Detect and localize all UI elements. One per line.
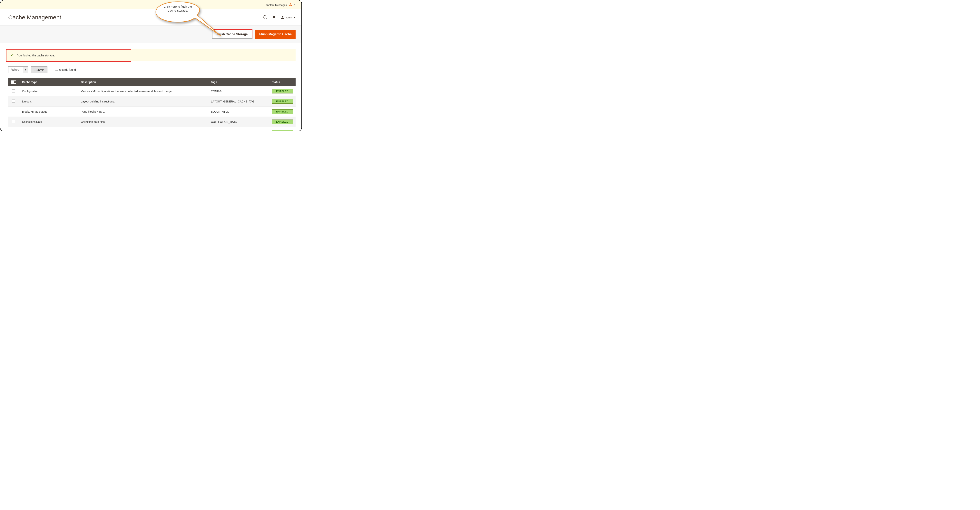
cache-grid: ▼ Cache Type Description Tags Status Con… xyxy=(8,78,296,131)
status-badge: ENABLED xyxy=(272,89,293,94)
cell-cache-type: Collections Data xyxy=(19,117,78,127)
table-row[interactable]: ConfigurationVarious XML configurations … xyxy=(8,86,296,96)
cell-description: Layout building instructions. xyxy=(78,96,208,106)
table-row[interactable]: Blocks HTML outputPage blocks HTML.BLOCK… xyxy=(8,106,296,117)
page-actions-bar: Flush Cache Storage Flush Magento Cache xyxy=(0,25,301,43)
admin-account-menu[interactable]: admin ▼ xyxy=(281,16,296,20)
cell-cache-type: Configuration xyxy=(19,86,78,96)
cell-cache-type: Layouts xyxy=(19,96,78,106)
check-icon xyxy=(10,53,14,58)
search-icon[interactable] xyxy=(263,15,267,20)
cell-tags: LAYOUT_GENERAL_CACHE_TAG xyxy=(208,96,269,106)
cell-cache-type: Blocks HTML output xyxy=(19,106,78,117)
select-all-header[interactable]: ▼ xyxy=(8,78,19,86)
admin-username: admin xyxy=(286,16,293,19)
user-icon xyxy=(281,16,285,20)
cell-description: Page blocks HTML. xyxy=(78,106,208,117)
table-row[interactable]: LayoutsLayout building instructions.LAYO… xyxy=(8,96,296,106)
success-message: You flushed the cache storage. xyxy=(6,49,296,61)
status-badge: ENABLED xyxy=(272,130,293,131)
chevron-down-icon: ▼ xyxy=(294,16,296,19)
row-checkbox[interactable] xyxy=(12,130,15,131)
column-status[interactable]: Status xyxy=(269,78,296,86)
cell-tags: BLOCK_HTML xyxy=(208,106,269,117)
column-cache-type[interactable]: Cache Type xyxy=(19,78,78,86)
flush-magento-cache-button[interactable]: Flush Magento Cache xyxy=(255,30,296,38)
table-row[interactable]: Collections DataCollection data files.CO… xyxy=(8,117,296,127)
system-messages-label: System Messages: xyxy=(266,3,288,6)
records-found-label: 12 records found xyxy=(55,68,76,71)
cell-tags: REFLECTION xyxy=(208,127,269,132)
status-badge: ENABLED xyxy=(272,109,293,114)
submit-button[interactable]: Submit xyxy=(31,67,48,73)
column-description[interactable]: Description xyxy=(78,78,208,86)
flush-cache-storage-button[interactable]: Flush Cache Storage xyxy=(212,30,252,38)
status-badge: ENABLED xyxy=(272,119,293,124)
row-checkbox[interactable] xyxy=(12,89,15,92)
success-message-text: You flushed the cache storage. xyxy=(17,54,55,57)
row-checkbox[interactable] xyxy=(12,100,15,103)
page-title: Cache Management xyxy=(8,14,61,21)
row-checkbox[interactable] xyxy=(12,120,15,123)
status-badge: ENABLED xyxy=(272,99,293,104)
cell-cache-type: Reflection Data xyxy=(19,127,78,132)
system-messages-bar[interactable]: System Messages: 1 xyxy=(0,0,301,10)
column-tags[interactable]: Tags xyxy=(208,78,269,86)
mass-action-label: Refresh xyxy=(8,67,23,73)
system-messages-count: 1 xyxy=(294,3,296,6)
chevron-down-icon: ▼ xyxy=(23,67,28,73)
mass-action-select[interactable]: Refresh ▼ xyxy=(8,67,28,73)
warning-icon xyxy=(289,3,292,7)
select-all-checkbox[interactable] xyxy=(11,81,14,83)
cell-description: Collection data files. xyxy=(78,117,208,127)
notifications-icon[interactable] xyxy=(272,15,276,20)
cell-description: API interfaces reflection data. xyxy=(78,127,208,132)
cell-tags: COLLECTION_DATA xyxy=(208,117,269,127)
cell-description: Various XML configurations that were col… xyxy=(78,86,208,96)
table-row[interactable]: Reflection DataAPI interfaces reflection… xyxy=(8,127,296,132)
select-all-dropdown-icon[interactable]: ▼ xyxy=(14,81,16,83)
cell-tags: CONFIG xyxy=(208,86,269,96)
row-checkbox[interactable] xyxy=(12,110,15,113)
